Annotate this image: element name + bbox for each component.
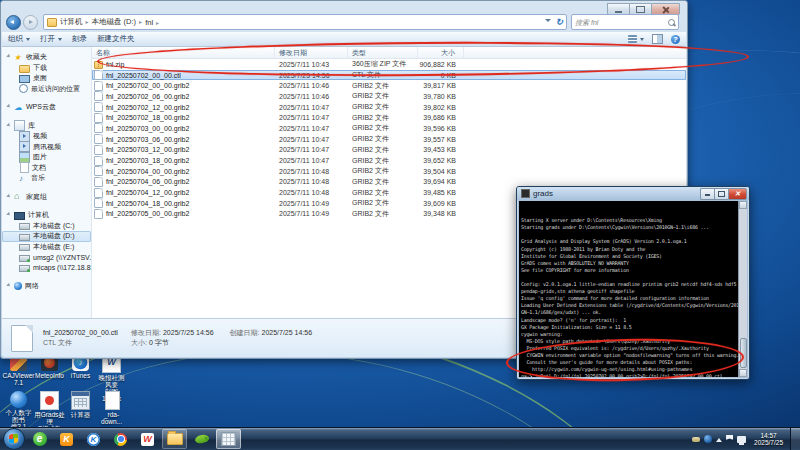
sidebar-item[interactable]: 本地磁盘 (E:) xyxy=(2,242,91,253)
details-modified-label: 修改日期: xyxy=(131,328,161,338)
taskbar-button[interactable] xyxy=(162,429,187,449)
table-row[interactable]: fnl_20250702_00_00.grib2 2025/7/11 10:46… xyxy=(92,80,686,91)
file-icon xyxy=(94,102,103,112)
console-scrollbar[interactable] xyxy=(738,201,747,377)
taskbar-button[interactable] xyxy=(81,429,106,449)
taskbar-button[interactable] xyxy=(27,429,52,449)
breadcrumb-item[interactable]: fnl xyxy=(145,18,162,27)
change-view-button[interactable] xyxy=(628,35,637,43)
taskbar-clock[interactable]: 14:57 2025/7/25 xyxy=(754,432,783,447)
details-created-label: 创建日期: xyxy=(230,328,260,338)
table-row[interactable]: fnl_20250702_06_00.grib2 2025/7/11 10:46… xyxy=(92,91,686,102)
column-header[interactable]: 类型 xyxy=(348,47,418,58)
tray-icon[interactable] xyxy=(737,436,746,443)
console-maximize-button[interactable] xyxy=(714,188,728,200)
scrollbar-thumb[interactable] xyxy=(740,338,747,368)
forward-button[interactable] xyxy=(23,15,38,30)
help-button[interactable]: ? xyxy=(671,35,680,44)
file-date: 2025/7/11 10:49 xyxy=(275,210,348,217)
table-row[interactable]: fnl.zip 2025/7/11 10:43 360压缩 ZIP 文件 906… xyxy=(92,59,686,70)
table-row[interactable]: fnl_20250702_00_00.ctl 2025/7/25 14:56 C… xyxy=(92,70,686,81)
desktop-icon[interactable]: 用Grads处理 C模式数据.. xyxy=(34,390,65,427)
toolbar-button[interactable]: 新建文件夹 xyxy=(97,34,135,44)
maximize-icon xyxy=(718,191,725,197)
toolbar-button[interactable]: 打开 xyxy=(40,34,62,44)
sidebar-item[interactable]: 本地磁盘 (D:) xyxy=(2,231,91,242)
back-button[interactable] xyxy=(6,15,21,30)
table-row[interactable]: fnl_20250702_18_00.grib2 2025/7/11 10:47… xyxy=(92,112,686,123)
sidebar-item[interactable]: 最近访问的位置 xyxy=(2,84,91,95)
desktop-icon[interactable]: 计算器 xyxy=(65,390,96,427)
sidebar-item[interactable]: 文档 xyxy=(2,163,91,174)
sidebar-item[interactable]: 网络 xyxy=(2,281,91,292)
scroll-down-icon[interactable] xyxy=(739,369,747,377)
column-header[interactable]: 修改日期 xyxy=(275,47,348,58)
sidebar-item[interactable]: 本地磁盘 (C:) xyxy=(2,221,91,232)
details-size-label: 大小: xyxy=(131,338,147,348)
taskbar-app-icon xyxy=(114,433,127,446)
taskbar-app-icon xyxy=(141,433,154,446)
sidebar-item[interactable]: 收藏夹 xyxy=(2,52,91,63)
address-bar[interactable]: 计算机本地磁盘 (D:)fnl ↻ xyxy=(43,14,567,30)
desktop-icon[interactable]: 个人数字图书 馆2.1 xyxy=(3,390,34,427)
column-header[interactable]: 大小 xyxy=(418,47,464,58)
toolbar-button[interactable]: 刻录 xyxy=(72,34,87,44)
file-date: 2025/7/11 10:48 xyxy=(275,189,348,196)
console-title: grads xyxy=(533,189,700,198)
tray-icon[interactable] xyxy=(726,435,733,443)
breadcrumb-item[interactable]: 本地磁盘 (D:) xyxy=(92,17,146,27)
sidebar-item-label: 网络 xyxy=(25,281,39,291)
table-row[interactable]: fnl_20250703_12_00.grib2 2025/7/11 10:47… xyxy=(92,145,686,156)
file-type: 360压缩 ZIP 文件 xyxy=(348,59,418,69)
sidebar-item[interactable]: umsg2 (\\YZNTSV... xyxy=(2,252,91,263)
file-icon xyxy=(94,113,103,123)
search-input[interactable] xyxy=(575,19,668,26)
toolbar-button[interactable]: 组织 xyxy=(8,34,30,44)
sidebar-item[interactable]: 图片 xyxy=(2,152,91,163)
table-row[interactable]: fnl_20250703_06_00.grib2 2025/7/11 10:47… xyxy=(92,134,686,145)
sidebar-item[interactable]: 视频 xyxy=(2,131,91,142)
sidebar-item[interactable]: 家庭组 xyxy=(2,192,91,203)
search-box[interactable] xyxy=(571,14,679,30)
console-close-button[interactable]: ✕ xyxy=(728,188,747,200)
taskbar-button[interactable] xyxy=(135,429,160,449)
sidebar-item[interactable]: 音乐 xyxy=(2,173,91,184)
sidebar-item[interactable]: 腾讯视频 xyxy=(2,142,91,153)
sidebar-item[interactable]: 库 xyxy=(2,121,91,132)
refresh-icon[interactable]: ↻ xyxy=(555,18,563,27)
column-header[interactable]: 名称 xyxy=(92,47,275,58)
sidebar-item-label: 库 xyxy=(28,121,35,131)
tray-icon[interactable] xyxy=(704,435,712,443)
taskbar-button[interactable] xyxy=(216,429,241,449)
file-name: fnl_20250702_06_00.grib2 xyxy=(106,93,189,100)
start-button[interactable] xyxy=(3,428,25,450)
address-history-dropdown-icon[interactable] xyxy=(545,19,551,25)
console-minimize-button[interactable] xyxy=(700,188,714,200)
tray-icon[interactable] xyxy=(716,435,722,442)
file-icon xyxy=(94,198,103,208)
tray-icon[interactable] xyxy=(692,437,700,442)
sidebar-item[interactable]: 桌面 xyxy=(2,73,91,84)
file-name-cell: fnl_20250703_00_00.grib2 xyxy=(92,123,275,133)
taskbar-button[interactable] xyxy=(54,429,79,449)
sidebar-item[interactable]: micaps (\\172.18.8... xyxy=(2,263,91,274)
scroll-up-icon[interactable] xyxy=(739,201,747,209)
sidebar-item[interactable]: WPS云盘 xyxy=(2,102,91,113)
details-size-value: 0 字节 xyxy=(149,338,169,348)
table-row[interactable]: fnl_20250703_00_00.grib2 2025/7/11 10:47… xyxy=(92,123,686,134)
chevron-down-icon[interactable] xyxy=(640,38,644,43)
file-icon xyxy=(94,209,103,219)
table-row[interactable]: fnl_20250702_12_00.grib2 2025/7/11 10:47… xyxy=(92,102,686,113)
file-name: fnl_20250705_00_00.grib2 xyxy=(106,210,189,217)
table-row[interactable]: fnl_20250703_18_00.grib2 2025/7/11 10:47… xyxy=(92,155,686,166)
preview-pane-button[interactable] xyxy=(652,34,663,44)
table-row[interactable]: fnl_20250704_00_00.grib2 2025/7/11 10:48… xyxy=(92,166,686,177)
breadcrumb-item[interactable]: 计算机 xyxy=(60,17,92,27)
taskbar-button[interactable] xyxy=(189,429,214,449)
sidebar-item[interactable]: 计算机 xyxy=(2,210,91,221)
file-size: 39,504 KB xyxy=(418,168,464,175)
sidebar-item[interactable]: 下载 xyxy=(2,63,91,74)
desktop-icon[interactable]: _rda-down... xyxy=(96,390,127,427)
show-desktop-button[interactable] xyxy=(790,428,800,450)
taskbar-button[interactable] xyxy=(108,429,133,449)
